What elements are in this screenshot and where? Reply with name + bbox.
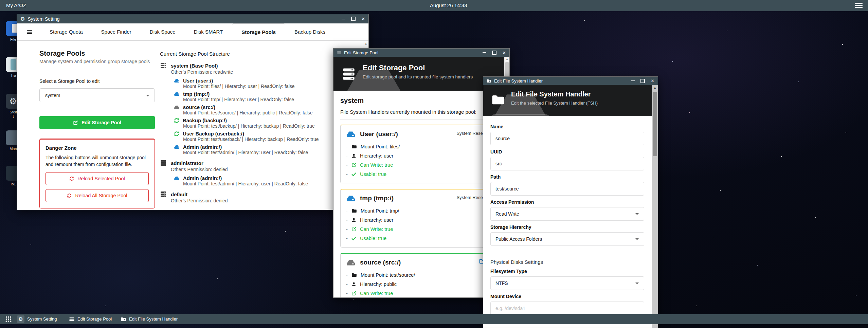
tab-backup-disks[interactable]: Backup Disks [285, 23, 334, 40]
close-button[interactable] [361, 16, 365, 21]
check-icon [351, 236, 356, 241]
mounted-label: File System Handlers currently mounted i… [340, 109, 497, 115]
taskbar-item-edit-fsh[interactable]: Edit File System Handler [129, 316, 178, 322]
aroz-brand: My ArOZ [6, 2, 26, 8]
reload-selected-pool-button[interactable]: Reload Selected Pool [46, 172, 149, 185]
gear-icon [20, 16, 25, 22]
app-grid-icon[interactable] [5, 315, 12, 323]
access-permission-select[interactable]: Read Write [490, 207, 644, 221]
maximize-button[interactable] [640, 79, 645, 83]
hdd-blue-icon [174, 78, 180, 83]
system-setting-titlebar[interactable]: System Setting [17, 14, 368, 23]
edit-fsh-header: Edit File System Handler Edit the select… [483, 85, 658, 116]
fsh-card-tmp: tmp (tmp:/) System Reserved Mount Point:… [340, 189, 497, 248]
window-title: Edit File System Handler [494, 78, 543, 84]
hdd-blue-icon [346, 195, 356, 202]
card-item: Mount Point: files/ [346, 142, 491, 151]
minimize-button[interactable] [631, 80, 635, 81]
window-scrollbar[interactable] [652, 85, 658, 328]
pool-select[interactable]: system [39, 88, 155, 102]
folder-icon[interactable] [120, 315, 127, 323]
window-title: Edit Storage Pool [344, 50, 378, 55]
pool-select-label: Select a Storage Pool to edit [39, 78, 155, 84]
system-setting-window: System Setting Storage Quota Space Finde… [17, 14, 369, 210]
taskbar-item-system-setting[interactable]: System Setting [27, 316, 57, 322]
edit-fsh-titlebar[interactable]: Edit File System Handler [483, 77, 658, 85]
card-item: Can Write: true [346, 224, 491, 234]
chevron-down-icon [635, 283, 639, 284]
hdd-blue-icon [174, 176, 180, 181]
filesystem-type-select[interactable]: NTFS [490, 276, 644, 290]
edit-icon [351, 227, 356, 232]
path-label: Path [490, 174, 644, 180]
pool-select-value: system [45, 93, 60, 98]
menu-icon[interactable] [68, 315, 75, 323]
card-item: Hierarchy: public [346, 279, 491, 289]
card-item: Hierarchy: user [346, 151, 491, 160]
minimize-button[interactable] [342, 19, 345, 19]
divider [340, 119, 497, 120]
storage-pools-panel: Storage Pools Manage system and permissi… [17, 41, 368, 210]
divider [39, 109, 155, 109]
divider [490, 253, 644, 253]
storage-hierarchy-select[interactable]: Public Access Folders [490, 232, 644, 246]
window-title: System Setting [28, 16, 59, 22]
tab-storage-pools[interactable]: Storage Pools [232, 23, 285, 40]
filesystem-type-label: Filesystem Type [490, 269, 644, 274]
tab-disk-space[interactable]: Disk Space [141, 23, 185, 40]
gear-icon[interactable] [17, 315, 24, 323]
page-subtitle: Manage system and permission group stora… [39, 59, 155, 64]
chevron-down-icon [635, 213, 639, 215]
edit-icon [73, 120, 78, 125]
uuid-field[interactable] [490, 157, 644, 170]
folder-icon [351, 273, 357, 277]
tab-space-finder[interactable]: Space Finder [92, 23, 141, 40]
maximize-button[interactable] [351, 17, 356, 21]
edit-storage-pool-button[interactable]: Edit Storage Pool [39, 116, 155, 129]
edit-fsh-window: Edit File System Handler Edit File Syste… [483, 76, 658, 328]
taskbar: System Setting Edit Storage Pool Edit Fi… [0, 314, 868, 324]
mount-device-field[interactable] [490, 302, 644, 315]
minimize-button[interactable] [483, 52, 486, 53]
fsh-card-source: source (src:/) Mount Point: test/source/… [340, 253, 497, 297]
scroll-up-icon[interactable] [363, 42, 368, 45]
topbar-menu-icon[interactable] [855, 3, 863, 8]
header-subtitle: Edit storage pool and its mounted file s… [363, 74, 473, 79]
path-field[interactable] [490, 182, 644, 196]
close-button[interactable] [502, 50, 506, 55]
server-icon [160, 62, 167, 69]
danger-zone-text: The following buttons will unmount stora… [46, 154, 149, 168]
card-item: Usable: true [346, 234, 491, 243]
tab-storage-quota[interactable]: Storage Quota [40, 23, 92, 40]
folder-icon [487, 79, 491, 83]
storage-hierarchy-label: Storage Hierarchy [490, 224, 644, 230]
pool-name-heading: system [340, 97, 497, 105]
name-field[interactable] [490, 132, 644, 145]
user-icon [351, 282, 356, 287]
edit-icon [351, 291, 356, 296]
card-item: Can Write: true [346, 160, 491, 169]
sync-icon [69, 176, 74, 181]
edit-fsh-form: Name UUID Path Access Permission Read Wr… [483, 116, 658, 328]
server-icon [342, 67, 356, 81]
reload-all-storage-pool-button[interactable]: Reload All Storage Pool [46, 189, 149, 202]
clock: August 26 14:33 [430, 2, 467, 8]
scrollbar-thumb[interactable] [653, 92, 657, 156]
menu-icon [337, 51, 341, 55]
uuid-label: UUID [490, 149, 644, 154]
scroll-up-icon[interactable] [652, 86, 658, 89]
maximize-button[interactable] [492, 51, 496, 55]
tab-disk-smart[interactable]: Disk SMART [185, 23, 232, 40]
scroll-up-icon[interactable] [505, 57, 509, 61]
hdd-gray-icon [174, 105, 180, 110]
sidebar-toggle-icon[interactable] [26, 30, 33, 35]
edit-storage-pool-titlebar[interactable]: Edit Storage Pool [333, 49, 509, 57]
settings-tab-bar: Storage Quota Space Finder Disk Space Di… [17, 23, 368, 41]
mount-device-label: Mount Device [490, 294, 644, 299]
close-button[interactable] [651, 78, 654, 84]
header-subtitle: Edit the selected File System Handler (F… [511, 101, 598, 106]
hdd-blue-icon [346, 130, 356, 138]
card-item: Mount Point: test/source/ [346, 270, 491, 279]
top-bar: My ArOZ August 26 14:33 [0, 0, 868, 11]
taskbar-item-edit-storage-pool[interactable]: Edit Storage Pool [77, 316, 112, 322]
